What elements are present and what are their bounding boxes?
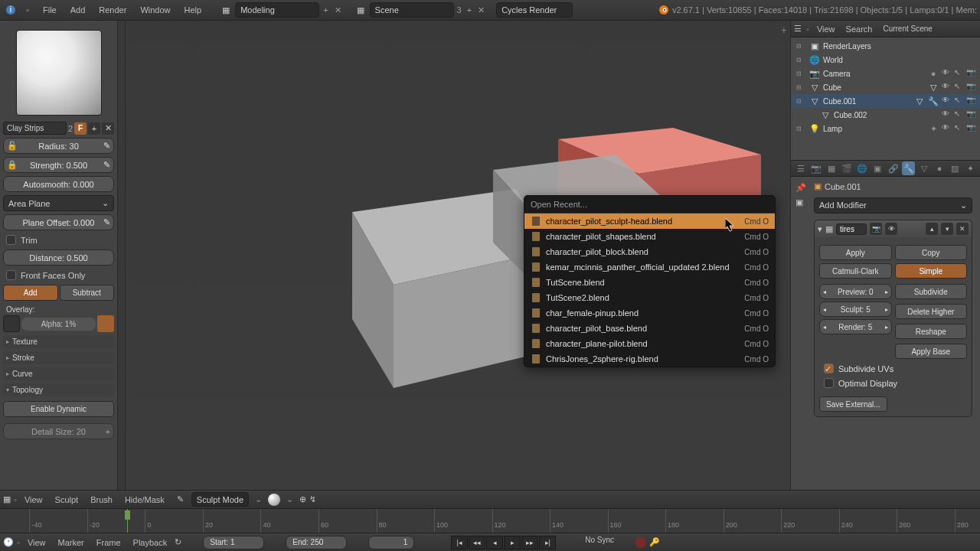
object-tab-icon[interactable]: ▣ — [871, 161, 884, 175]
subdivide-button[interactable]: Subdivide — [895, 284, 968, 299]
cursor-icon[interactable]: ↖ — [954, 123, 965, 134]
layout-add-icon[interactable]: + — [321, 5, 330, 15]
brush-name-field[interactable]: Clay Strips — [3, 122, 67, 135]
outliner-view-menu[interactable]: View — [814, 23, 838, 35]
context-icon[interactable]: ▣ — [795, 197, 806, 207]
curve-panel[interactable]: Curve — [3, 367, 114, 380]
menu-add[interactable]: Add — [64, 2, 92, 18]
topology-panel[interactable]: Topology — [3, 383, 114, 396]
save-external-button[interactable]: Save External... — [819, 396, 887, 412]
camera-toggle-icon[interactable]: 📷 — [966, 82, 977, 93]
camera-toggle-icon[interactable]: 📷 — [966, 123, 977, 134]
menu-window[interactable]: Window — [134, 2, 176, 18]
recent-file-item[interactable]: TutScene2.blendCmd O — [524, 290, 775, 305]
scene-tab-icon[interactable]: 🎬 — [841, 161, 854, 175]
enable-dynamic-button[interactable]: Enable Dynamic — [3, 401, 114, 417]
start-frame-field[interactable]: Start: 1 — [203, 536, 264, 549]
subdivide-uvs-checkbox[interactable]: ✓Subdivide UVs — [819, 361, 967, 376]
camera-toggle-icon[interactable]: 📷 — [966, 68, 977, 79]
reshape-button[interactable]: Reshape — [895, 324, 968, 339]
layers-tab-icon[interactable]: ▦ — [825, 161, 838, 175]
modifier-display-toggle[interactable]: 👁 — [885, 223, 897, 235]
sculpt-slider[interactable]: Sculpt: 5 — [819, 302, 892, 317]
front-faces-checkbox[interactable]: Front Faces Only — [3, 269, 114, 282]
apply-button[interactable]: Apply — [819, 245, 892, 260]
auto-keyframe-icon[interactable] — [635, 537, 646, 548]
layout-delete-icon[interactable]: ✕ — [332, 5, 344, 15]
texture-panel[interactable]: Texture — [3, 335, 114, 348]
properties-editor-icon[interactable]: ☰ — [794, 161, 807, 175]
cursor-icon[interactable]: ↖ — [954, 109, 965, 120]
optimal-display-checkbox[interactable]: Optimal Display — [819, 376, 967, 390]
brush-add-icon[interactable]: + — [88, 122, 100, 135]
distance-slider[interactable]: Distance: 0.500 — [3, 249, 114, 266]
preview-slider[interactable]: Preview: 0 — [819, 284, 892, 299]
keying-set-icon[interactable]: 🔑 — [649, 537, 660, 547]
stroke-panel[interactable]: Stroke — [3, 351, 114, 364]
recent-file-item[interactable]: character_plane-pilot.blendCmd O — [524, 336, 775, 351]
tl-marker-menu[interactable]: Marker — [54, 536, 89, 549]
end-frame-field[interactable]: End: 250 — [286, 536, 347, 549]
render-engine-dropdown[interactable]: Cycles Render — [496, 2, 573, 18]
cursor-icon[interactable]: ↖ — [954, 82, 965, 93]
trim-checkbox[interactable]: Trim — [3, 233, 114, 246]
camera-toggle-icon[interactable]: 📷 — [966, 109, 977, 120]
screen-browse-icon[interactable]: ▦ — [218, 2, 234, 18]
breadcrumb-object[interactable]: Cube.001 — [825, 182, 861, 191]
outliner-row[interactable]: ⊟▽Cube▽👁↖📷 — [791, 80, 980, 94]
menu-file[interactable]: File — [37, 2, 63, 18]
outliner-tree[interactable]: ⊟▣RenderLayers⊟🌐World⊟📷Camera●👁↖📷⊟▽Cube▽… — [791, 37, 980, 160]
outliner-row[interactable]: ⊟📷Camera●👁↖📷 — [791, 67, 980, 80]
viewport-plus-icon[interactable]: + — [781, 24, 787, 36]
outliner-editor-icon[interactable]: ☰ — [794, 24, 802, 34]
recent-file-item[interactable]: char_female-pinup.blendCmd O — [524, 305, 775, 321]
scene-add-icon[interactable]: + — [465, 5, 474, 15]
keyframe-next-icon[interactable]: ▸▸ — [521, 536, 538, 549]
shading-icon[interactable] — [268, 494, 280, 506]
copy-button[interactable]: Copy — [895, 245, 968, 260]
strength-slider[interactable]: 🔒Strength: 0.500✎ — [3, 157, 114, 173]
menu-help[interactable]: Help — [178, 2, 208, 18]
keyframe-prev-icon[interactable]: ◂◂ — [469, 536, 485, 549]
range-icon[interactable]: ↻ — [175, 537, 181, 547]
recent-file-item[interactable]: ChrisJones_2sphere-rig.blendCmd O — [524, 351, 775, 367]
vp-hidemask-menu[interactable]: Hide/Mask — [120, 494, 169, 506]
layout-dropdown[interactable]: Modeling — [235, 2, 319, 18]
scene-browse-icon[interactable]: ▦ — [353, 2, 368, 18]
brush-preview[interactable] — [16, 30, 102, 116]
recent-file-item[interactable]: character_pilot_base.blendCmd O — [524, 321, 775, 336]
outliner-row[interactable]: ⊟▽Cube.001▽🔧👁↖📷 — [791, 94, 980, 108]
current-frame-field[interactable]: 1 — [368, 536, 414, 549]
constraints-tab-icon[interactable]: 🔗 — [887, 161, 900, 175]
texture-tab-icon[interactable]: ▨ — [949, 161, 962, 175]
delete-higher-button[interactable]: Delete Higher — [895, 304, 968, 319]
pen-icon[interactable]: ✎ — [172, 493, 188, 506]
info-editor-icon[interactable]: i — [3, 2, 18, 18]
manipulator-icon[interactable]: ↯ — [309, 494, 316, 504]
play-icon[interactable]: ▸ — [504, 536, 521, 549]
tl-view-menu[interactable]: View — [23, 536, 51, 549]
scene-delete-icon[interactable]: ✕ — [475, 5, 487, 15]
brush-overlay-icon[interactable] — [97, 315, 114, 332]
recent-file-item[interactable]: character_pilot_block.blendCmd O — [524, 244, 775, 259]
outliner-search-menu[interactable]: Search — [843, 23, 876, 35]
material-tab-icon[interactable]: ● — [933, 161, 946, 175]
alpha-slider[interactable]: Alpha: 1% — [21, 318, 96, 331]
eye-icon[interactable]: 👁 — [942, 68, 952, 79]
sync-dropdown[interactable]: No Sync — [585, 536, 614, 549]
timeline-editor-icon[interactable]: 🕐 — [3, 537, 14, 547]
outliner-row[interactable]: ⊟🌐World — [791, 53, 980, 67]
modifier-expand-icon[interactable]: ▾ — [818, 224, 822, 234]
timeline-ruler[interactable]: -40-200204060801001201401601802002202402… — [0, 508, 980, 533]
cursor-icon[interactable]: ↖ — [954, 68, 965, 79]
modifier-render-toggle[interactable]: 📷 — [870, 223, 882, 235]
recent-file-item[interactable]: TutScene.blendCmd O — [524, 275, 775, 290]
plane-select[interactable]: Area Plane⌄ — [3, 195, 114, 211]
eye-icon[interactable]: 👁 — [942, 123, 952, 134]
vp-sculpt-menu[interactable]: Sculpt — [51, 494, 83, 506]
outliner-mode-dropdown[interactable]: Current Scene — [883, 24, 949, 33]
scene-dropdown[interactable]: Scene — [370, 2, 454, 18]
detail-size-slider[interactable]: Detail Size: 20+ — [3, 423, 114, 439]
expand-icon[interactable]: ◦ — [20, 2, 35, 18]
modifier-moveup-icon[interactable]: ▴ — [926, 223, 938, 235]
